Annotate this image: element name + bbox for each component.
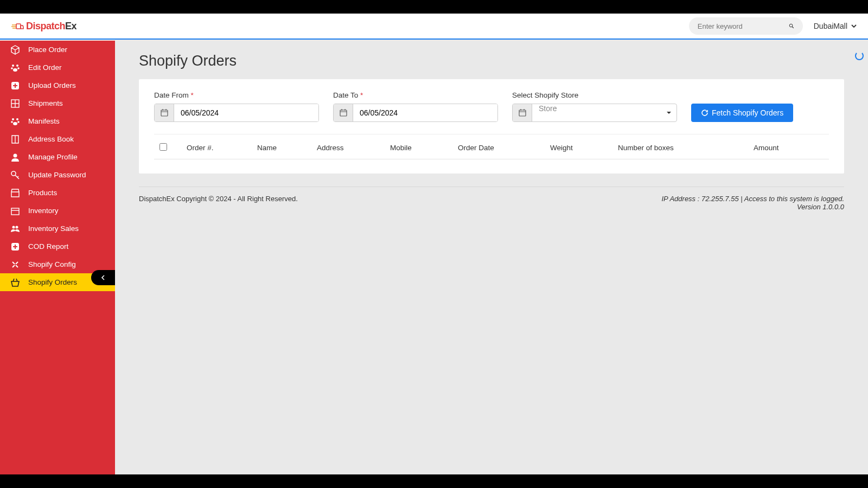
col-boxes[interactable]: Number of boxes	[618, 144, 754, 152]
svg-point-4	[16, 65, 18, 67]
svg-point-6	[17, 67, 20, 69]
col-name[interactable]: Name	[257, 144, 317, 152]
svg-rect-24	[161, 110, 168, 116]
svg-rect-28	[340, 110, 347, 116]
col-address[interactable]: Address	[317, 144, 390, 152]
sidebar-item-shipments[interactable]: Shipments	[0, 94, 115, 112]
col-order[interactable]: Order #.	[187, 144, 257, 152]
calendar-icon[interactable]	[513, 104, 532, 121]
sidebar-item-address-book[interactable]: Address Book	[0, 130, 115, 148]
svg-point-18	[11, 171, 16, 176]
chevron-down-icon	[851, 23, 857, 29]
user-name: DubaiMall	[814, 22, 847, 30]
page-title: Shopify Orders	[139, 53, 844, 69]
svg-point-3	[12, 65, 14, 67]
calendar-icon[interactable]	[155, 104, 174, 121]
topbar: DispatchEx DubaiMall	[0, 14, 868, 40]
sidebar-item-label: Inventory Sales	[28, 224, 79, 233]
logo[interactable]: DispatchEx	[11, 21, 76, 32]
svg-point-15	[17, 121, 20, 123]
key-icon	[10, 170, 21, 181]
paw-icon	[10, 62, 21, 73]
search-input[interactable]	[698, 22, 789, 30]
svg-rect-32	[519, 110, 526, 116]
date-from-input[interactable]	[174, 104, 318, 121]
user-icon	[10, 152, 21, 163]
svg-point-14	[11, 121, 13, 123]
basket-icon	[10, 277, 21, 288]
sidebar-item-label: COD Report	[28, 242, 68, 251]
search-box[interactable]	[689, 17, 803, 35]
sidebar-item-manifests[interactable]: Manifests	[0, 112, 115, 130]
logo-text: DispatchEx	[26, 21, 76, 32]
users-icon	[10, 223, 21, 234]
date-to-group[interactable]	[333, 104, 498, 122]
sidebar-item-place-order[interactable]: Place Order	[0, 41, 115, 59]
col-amount[interactable]: Amount	[754, 144, 829, 152]
sidebar-item-label: Upload Orders	[28, 81, 76, 89]
book-icon	[10, 134, 21, 145]
sidebar-item-edit-order[interactable]: Edit Order	[0, 59, 115, 76]
sidebar-item-label: Address Book	[28, 135, 74, 143]
truck-icon	[11, 22, 24, 30]
svg-rect-0	[16, 24, 21, 29]
table-header: Order #. Name Address Mobile Order Date …	[154, 137, 829, 159]
box-icon	[10, 206, 21, 216]
chevron-left-icon	[100, 275, 106, 280]
main-content: Shopify Orders Date From * Date To *	[115, 41, 868, 474]
svg-point-22	[16, 226, 18, 228]
svg-point-16	[13, 122, 17, 125]
sidebar-item-label: Manage Profile	[28, 153, 78, 161]
sidebar-item-label: Manifests	[28, 117, 60, 125]
select-all-checkbox[interactable]	[159, 143, 167, 151]
sidebar-item-label: Shipments	[28, 99, 63, 107]
sidebar-item-manage-profile[interactable]: Manage Profile	[0, 148, 115, 166]
sidebar-item-label: Inventory	[28, 207, 59, 215]
sidebar-item-label: Shopify Config	[28, 260, 76, 268]
store-select[interactable]: Store	[532, 104, 661, 121]
svg-point-17	[14, 153, 17, 157]
tools-icon	[10, 259, 21, 270]
col-weight[interactable]: Weight	[550, 144, 618, 152]
svg-point-7	[13, 68, 17, 72]
footer-copyright: DispatchEx Copyright © 2024 - All Right …	[139, 195, 298, 211]
svg-point-13	[16, 118, 18, 120]
svg-line-2	[792, 27, 794, 28]
user-menu[interactable]: DubaiMall	[814, 22, 857, 30]
paw-icon	[10, 116, 21, 127]
refresh-icon	[701, 109, 709, 117]
sidebar-item-upload-orders[interactable]: Upload Orders	[0, 76, 115, 94]
sidebar-item-label: Products	[28, 189, 57, 197]
col-date[interactable]: Order Date	[458, 144, 550, 152]
sidebar-item-inventory-sales[interactable]: Inventory Sales	[0, 220, 115, 237]
sidebar-item-cod-report[interactable]: COD Report	[0, 237, 115, 255]
filter-card: Date From * Date To * Select Shopify Sto…	[139, 79, 844, 174]
col-mobile[interactable]: Mobile	[390, 144, 458, 152]
svg-point-21	[12, 226, 15, 228]
footer-version: Version 1.0.0.0	[662, 203, 845, 211]
calendar-icon[interactable]	[334, 104, 353, 121]
store-select-group[interactable]: Store	[512, 104, 677, 122]
sidebar-item-label: Edit Order	[28, 63, 62, 72]
svg-point-1	[789, 24, 793, 27]
caret-down-icon[interactable]	[661, 104, 676, 121]
date-to-label: Date To *	[333, 91, 498, 99]
store-icon	[10, 188, 21, 198]
date-from-group[interactable]	[154, 104, 319, 122]
sidebar-item-label: Shopify Orders	[28, 278, 77, 286]
sidebar-collapse-button[interactable]	[91, 270, 115, 285]
footer: DispatchEx Copyright © 2024 - All Right …	[139, 187, 844, 211]
footer-ip: IP Address : 72.255.7.55 | Access to thi…	[662, 195, 845, 203]
sidebar: Place OrderEdit OrderUpload OrdersShipme…	[0, 41, 115, 474]
sidebar-item-label: Update Password	[28, 171, 86, 179]
search-icon[interactable]	[789, 22, 794, 30]
sidebar-item-products[interactable]: Products	[0, 184, 115, 202]
sidebar-item-inventory[interactable]: Inventory	[0, 202, 115, 220]
fetch-orders-button[interactable]: Fetch Shopify Orders	[691, 104, 793, 122]
sidebar-item-update-password[interactable]: Update Password	[0, 166, 115, 184]
date-to-input[interactable]	[353, 104, 497, 121]
grid-icon	[10, 98, 21, 109]
svg-point-5	[11, 67, 13, 69]
plus-icon	[10, 80, 21, 91]
svg-rect-19	[11, 208, 19, 215]
